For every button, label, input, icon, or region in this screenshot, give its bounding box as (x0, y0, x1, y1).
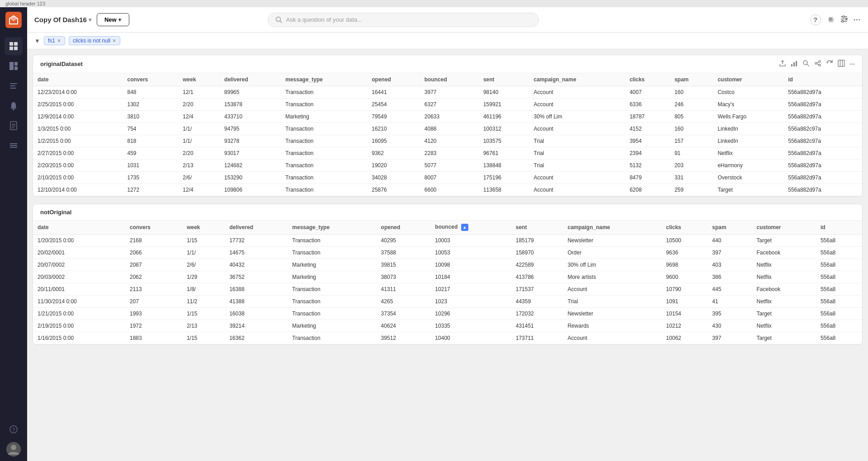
col2-bounced[interactable]: bounced ▲ (430, 221, 511, 235)
col2-date[interactable]: date (33, 221, 125, 235)
svg-rect-11 (10, 88, 16, 89)
col-id[interactable]: id (783, 73, 862, 86)
col-clicks[interactable]: clicks (625, 73, 670, 86)
svg-rect-6 (9, 62, 14, 70)
filter-tag-fs1[interactable]: fs1 ✕ (44, 36, 65, 45)
col2-customer[interactable]: customer (752, 221, 816, 235)
filter-tag-close[interactable]: ✕ (57, 38, 61, 44)
sidebar-item-queries[interactable] (5, 77, 23, 95)
search-bar[interactable]: Ask a question of your data... (268, 13, 539, 27)
col2-convers[interactable]: convers (125, 221, 182, 235)
settings-button[interactable] (826, 15, 835, 25)
col2-delivered[interactable]: delivered (225, 221, 288, 235)
svg-line-25 (280, 21, 282, 23)
sidebar-item-more[interactable] (5, 136, 23, 155)
tune-button[interactable] (840, 15, 848, 25)
logo[interactable] (5, 12, 22, 28)
svg-rect-16 (12, 127, 14, 128)
table-row: 2/20/2015 0:0010312/13124682Transaction1… (33, 160, 862, 172)
table-row: 20/11/000121131/8/16388Transaction413111… (33, 283, 862, 296)
search-table-icon[interactable] (802, 60, 810, 68)
col-campaign-name[interactable]: campaign_name (529, 73, 625, 86)
topbar: Copy Of Dash16 ▾ New + Ask a question of… (27, 7, 868, 33)
svg-rect-2 (9, 42, 13, 46)
table-row: 2/27/2015 0:004592/2093017Transaction936… (33, 147, 862, 160)
col-customer[interactable]: customer (713, 73, 783, 86)
table-header-row: date convers week delivered message_type… (33, 73, 862, 86)
more-button[interactable]: ··· (854, 16, 861, 24)
sidebar: ? (0, 7, 27, 461)
original-dataset-table: date convers week delivered message_type… (33, 73, 862, 196)
svg-rect-18 (10, 145, 17, 146)
share-icon[interactable] (814, 60, 821, 68)
svg-rect-3 (14, 42, 18, 46)
sidebar-item-dashboards[interactable] (5, 37, 23, 55)
search-icon (275, 16, 283, 24)
col2-spam[interactable]: spam (708, 221, 752, 235)
new-button[interactable]: New + (97, 13, 129, 26)
col-message-type[interactable]: message_type (281, 73, 367, 86)
col2-message-type[interactable]: message_type (288, 221, 376, 235)
filter-tag-clicks[interactable]: clicks is not null ✕ (69, 36, 120, 45)
dataset-name-notoriginal: notOriginal (40, 209, 71, 216)
col-convers[interactable]: convers (123, 73, 179, 86)
table-row: 1/21/2015 0:0019931/1516038Transaction37… (33, 308, 862, 320)
col2-sent[interactable]: sent (511, 221, 563, 235)
col2-week[interactable]: week (182, 221, 225, 235)
dataset-header-actions: ··· (779, 60, 855, 68)
col-sent[interactable]: sent (479, 73, 529, 86)
svg-point-23 (11, 445, 16, 450)
sort-up-icon: ▲ (461, 224, 468, 231)
svg-rect-27 (793, 62, 795, 66)
filter-tag-label: clicks is not null (73, 38, 110, 44)
table-header-row-2: date convers week delivered message_type… (33, 221, 862, 235)
svg-rect-17 (10, 143, 17, 144)
table-row: 2/19/2015 0:0019722/1339214Marketing4062… (33, 320, 862, 332)
col-opened[interactable]: opened (367, 73, 420, 86)
table-row: 20/02/000120661/1/14675Transaction375881… (33, 247, 862, 259)
avatar[interactable] (6, 442, 21, 456)
chart-icon[interactable] (791, 60, 798, 68)
sidebar-item-reports[interactable] (5, 117, 23, 135)
col-delivered[interactable]: delivered (220, 73, 281, 86)
sidebar-item-widgets[interactable] (5, 57, 23, 75)
more-options-icon[interactable]: ··· (849, 61, 855, 68)
col2-opened[interactable]: opened (377, 221, 431, 235)
col2-id[interactable]: id (816, 221, 862, 235)
svg-rect-5 (14, 47, 18, 50)
sidebar-item-help[interactable]: ? (5, 420, 23, 438)
dashboard-title: Copy Of Dash16 ▾ (34, 16, 91, 24)
col2-clicks[interactable]: clicks (661, 221, 708, 235)
svg-rect-26 (791, 64, 793, 66)
dataset-card-original: originalDataset (33, 55, 863, 197)
table-row: 12/23/2014 0:0084812/189965Transaction16… (33, 86, 862, 99)
svg-rect-36 (838, 60, 844, 66)
refresh-icon[interactable] (826, 60, 833, 68)
table-row: 2/10/2015 0:0017352/6/153290Transaction3… (33, 172, 862, 184)
dataset-header-notoriginal: notOriginal (33, 204, 862, 221)
svg-rect-28 (796, 61, 797, 66)
sidebar-item-alerts[interactable] (5, 97, 23, 115)
original-dataset-table-wrapper[interactable]: date convers week delivered message_type… (33, 73, 862, 196)
svg-rect-9 (10, 83, 17, 84)
help-button[interactable]: ? (810, 14, 821, 25)
notoriginal-dataset-table: date convers week delivered message_type… (33, 221, 862, 344)
table-row: 1/2/2015 0:008181/1/93278Transaction1609… (33, 135, 862, 147)
col2-campaign-name[interactable]: campaign_name (563, 221, 661, 235)
dataset-name-original: originalDataset (40, 61, 83, 67)
notoriginal-dataset-table-wrapper[interactable]: date convers week delivered message_type… (33, 221, 862, 344)
dataset-card-notoriginal: notOriginal date convers week delivered … (33, 204, 863, 345)
export-icon[interactable] (779, 60, 786, 68)
table-row: 1/20/2015 0:0021681/1517732Transaction40… (33, 235, 862, 247)
table-row: 20/07/000220872/6/40432Marketing39815100… (33, 259, 862, 271)
col-bounced[interactable]: bounced (420, 73, 479, 86)
col-date[interactable]: date (33, 73, 123, 86)
title-dropdown-chevron[interactable]: ▾ (89, 17, 91, 23)
columns-icon[interactable] (838, 60, 845, 68)
col-week[interactable]: week (178, 73, 220, 86)
filter-tag-close[interactable]: ✕ (112, 38, 116, 44)
svg-rect-10 (10, 85, 15, 86)
svg-line-30 (807, 64, 809, 66)
col-spam[interactable]: spam (670, 73, 713, 86)
svg-point-32 (815, 62, 817, 64)
